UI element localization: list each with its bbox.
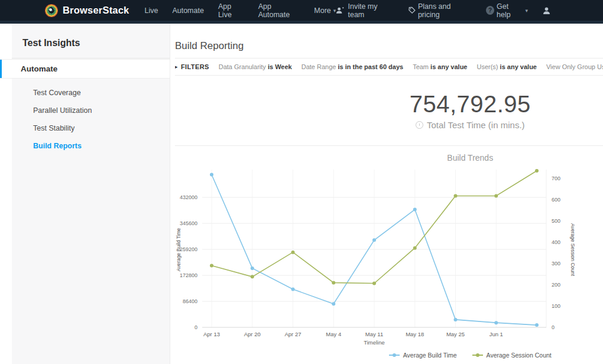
plans-pricing-link[interactable]: Plans and pricing [408, 2, 472, 19]
svg-text:400: 400 [552, 239, 560, 245]
account-menu[interactable] [542, 6, 551, 15]
metric-label: Total Test Time (in mins.) [175, 120, 603, 130]
svg-text:172800: 172800 [180, 272, 197, 278]
invite-team-button[interactable]: Invite my team [336, 2, 393, 19]
nav-item-more[interactable]: More ▾ [314, 6, 336, 15]
chevron-down-icon: ▾ [525, 8, 528, 14]
filter-users[interactable]: User(s) is any value [476, 63, 537, 70]
total-test-time-metric: 754,792.95 Total Test Time (in mins.) [175, 91, 603, 130]
sidebar-item-test-stability[interactable]: Test Stability [12, 119, 170, 137]
svg-text:500: 500 [552, 218, 560, 224]
legend-average-build-time[interactable]: Average Build Time [389, 352, 457, 359]
sidebar-items: Test Coverage Parallel Utilization Test … [12, 78, 170, 161]
filter-date-range[interactable]: Date Range is in the past 60 days [302, 63, 403, 70]
metric-value: 754,792.95 [175, 91, 603, 118]
svg-text:200: 200 [552, 282, 560, 288]
sidebar-title: Test Insights [12, 24, 170, 58]
price-tag-icon [408, 6, 416, 14]
filter-team[interactable]: Team is any value [413, 63, 467, 70]
page-title: Build Reporting [175, 40, 244, 52]
brand-name: BrowserStack [63, 5, 129, 16]
sidebar-section-automate[interactable]: Automate [0, 60, 170, 78]
svg-text:May 18: May 18 [406, 331, 424, 337]
legend-average-session-count[interactable]: Average Session Count [472, 352, 552, 359]
nav-item-app-automate[interactable]: App Automate [258, 2, 300, 19]
svg-text:100: 100 [552, 303, 560, 309]
main-panel: View Documentation Build Reporting 2h ag… [170, 24, 603, 364]
legend-marker-session-count-icon [472, 353, 483, 358]
sidebar-panel: Test Insights Automate Test Coverage Par… [12, 24, 170, 364]
line-chart-canvas[interactable]: 0864001728002592003456004320000100200300… [175, 164, 575, 348]
primary-nav: Live Automate App Live App Automate More… [144, 2, 336, 19]
get-help-menu[interactable]: ? Get help ▾ [486, 2, 528, 19]
svg-text:0: 0 [194, 324, 197, 330]
svg-text:Jun 1: Jun 1 [489, 331, 503, 337]
svg-text:0: 0 [552, 324, 555, 330]
info-icon [416, 121, 423, 129]
svg-text:86400: 86400 [183, 298, 197, 304]
svg-text:300: 300 [552, 261, 560, 266]
build-trends-chart[interactable]: 0864001728002592003456004320000100200300… [175, 164, 603, 350]
sidebar: Test Insights Automate Test Coverage Par… [0, 24, 170, 364]
chart-title: Build Trends [175, 153, 603, 162]
user-plus-icon [336, 6, 345, 14]
browserstack-logo-icon [45, 4, 58, 17]
svg-text:432000: 432000 [180, 194, 197, 200]
section-divider [175, 145, 603, 146]
svg-text:Apr 13: Apr 13 [203, 331, 220, 337]
sidebar-item-parallel-utilization[interactable]: Parallel Utilization [12, 102, 170, 119]
nav-item-automate[interactable]: Automate [172, 6, 204, 15]
nav-item-live[interactable]: Live [144, 6, 158, 15]
svg-text:Average Session Count: Average Session Count [570, 223, 575, 277]
top-navbar: BrowserStack Live Automate App Live App … [0, 0, 603, 24]
svg-text:Average Build Time: Average Build Time [176, 228, 181, 271]
svg-text:May 4: May 4 [326, 331, 341, 337]
filters-toggle[interactable]: ▸ FILTERS [175, 63, 209, 70]
sidebar-item-build-reports[interactable]: Build Reports [12, 137, 170, 155]
svg-text:345600: 345600 [180, 220, 197, 226]
svg-text:700: 700 [552, 176, 560, 181]
svg-text:Timeline: Timeline [364, 339, 385, 346]
svg-text:600: 600 [552, 197, 560, 203]
caret-right-icon: ▸ [175, 64, 178, 70]
user-icon [542, 6, 551, 15]
chart-legend: Average Build Time Average Session Count [175, 352, 603, 359]
legend-marker-build-time-icon [389, 353, 400, 358]
svg-text:Apr 20: Apr 20 [244, 331, 261, 337]
browserstack-brand[interactable]: BrowserStack [45, 4, 129, 17]
svg-text:May 25: May 25 [446, 331, 465, 337]
navbar-right: Invite my team Plans and pricing ? Get h… [336, 2, 551, 19]
question-circle-icon: ? [486, 6, 494, 15]
filter-data-granularity[interactable]: Data Granularity is Week [219, 63, 292, 70]
filters-bar: ▸ FILTERS Data Granularity is Week Date … [175, 58, 603, 76]
svg-text:259200: 259200 [180, 246, 197, 252]
nav-item-app-live[interactable]: App Live [218, 2, 244, 19]
svg-text:May 11: May 11 [365, 331, 383, 337]
sidebar-item-test-coverage[interactable]: Test Coverage [12, 84, 170, 102]
svg-text:Apr 27: Apr 27 [285, 331, 302, 337]
filter-group-users-data[interactable]: View Only Group Users' Data is any value [546, 63, 603, 70]
